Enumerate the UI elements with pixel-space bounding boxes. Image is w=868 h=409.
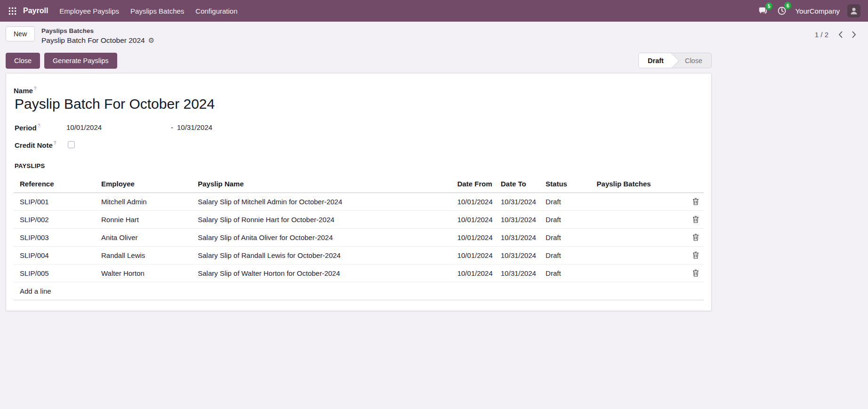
add-a-line-link[interactable]: Add a line: [14, 282, 704, 300]
table-row: SLIP/003 Anita Oliver Salary Slip of Ani…: [14, 228, 704, 246]
delete-row-button[interactable]: [691, 232, 701, 242]
cell-date-to[interactable]: 10/31/2024: [495, 228, 539, 246]
cell-employee[interactable]: Randall Lewis: [95, 246, 192, 264]
navbar-left: Payroll Employee Payslips Payslips Batch…: [5, 4, 243, 18]
cell-payslip-batches[interactable]: [591, 264, 684, 282]
cell-date-from[interactable]: 10/01/2024: [451, 210, 494, 228]
cell-employee[interactable]: Walter Horton: [95, 264, 192, 282]
col-header-payslip-batches[interactable]: Payslip Batches: [591, 175, 684, 193]
chevron-right-icon: [852, 31, 856, 38]
cell-reference[interactable]: SLIP/002: [14, 210, 95, 228]
cell-payslip-batches[interactable]: [591, 228, 684, 246]
period-date-from-input[interactable]: 10/01/2024: [66, 123, 171, 131]
breadcrumb-parent-link[interactable]: Payslips Batches: [41, 27, 154, 35]
delete-row-button[interactable]: [691, 196, 701, 207]
cell-date-from[interactable]: 10/01/2024: [451, 246, 494, 264]
user-avatar[interactable]: [847, 4, 860, 17]
activities-badge: 6: [784, 2, 792, 9]
trash-icon: [692, 269, 699, 277]
delete-row-button[interactable]: [691, 268, 701, 278]
breadcrumb-current: Payslip Batch For October 2024: [41, 36, 145, 45]
cell-status[interactable]: Draft: [539, 246, 590, 264]
cell-date-to[interactable]: 10/31/2024: [495, 246, 539, 264]
apps-menu-button[interactable]: [5, 4, 20, 18]
app-name[interactable]: Payroll: [23, 7, 48, 15]
cell-date-from[interactable]: 10/01/2024: [451, 228, 494, 246]
new-button[interactable]: New: [6, 26, 35, 41]
menu-payslips-batches[interactable]: Payslips Batches: [125, 4, 190, 18]
menu-employee-payslips[interactable]: Employee Payslips: [54, 4, 125, 18]
cell-status[interactable]: Draft: [539, 210, 590, 228]
activities-button[interactable]: 6: [776, 4, 788, 17]
cell-date-to[interactable]: 10/31/2024: [495, 210, 539, 228]
credit-note-checkbox[interactable]: [68, 141, 75, 148]
table-row: SLIP/001 Mitchell Admin Salary Slip of M…: [14, 192, 704, 210]
credit-note-help-icon: ?: [54, 141, 56, 146]
cell-date-to[interactable]: 10/31/2024: [495, 192, 539, 210]
messages-badge: 5: [765, 2, 773, 10]
period-separator: -: [171, 123, 173, 131]
messages-button[interactable]: 5: [757, 5, 769, 17]
cell-reference[interactable]: SLIP/005: [14, 264, 95, 282]
table-row: SLIP/004 Randall Lewis Salary Slip of Ra…: [14, 246, 704, 264]
cell-date-to[interactable]: 10/31/2024: [495, 264, 539, 282]
col-header-payslip-name[interactable]: Payslip Name: [192, 175, 451, 193]
chevron-left-icon: [838, 31, 843, 38]
col-header-actions: [684, 175, 704, 193]
name-field-label: Name?: [14, 86, 704, 95]
menu-configuration[interactable]: Configuration: [190, 4, 243, 18]
close-batch-button[interactable]: Close: [6, 53, 40, 69]
cell-status[interactable]: Draft: [539, 192, 590, 210]
statusbar-step-draft[interactable]: Draft: [639, 53, 673, 68]
name-help-icon: ?: [34, 86, 37, 91]
top-navbar: Payroll Employee Payslips Payslips Batch…: [0, 0, 868, 22]
pager-previous-button[interactable]: [835, 30, 846, 40]
trash-icon: [692, 251, 699, 259]
period-field-label: Period?: [15, 123, 66, 132]
cell-payslip-batches[interactable]: [591, 246, 684, 264]
form-sheet: Name? Payslip Batch For October 2024 Per…: [6, 73, 712, 311]
payslips-section-title: PAYSLIPS: [15, 162, 704, 169]
cell-reference[interactable]: SLIP/004: [14, 246, 95, 264]
cell-payslip-name[interactable]: Salary Slip of Randall Lewis for October…: [192, 246, 451, 264]
col-header-date-to[interactable]: Date To: [495, 175, 539, 193]
batch-name-input[interactable]: Payslip Batch For October 2024: [15, 96, 704, 112]
gear-icon[interactable]: ⚙: [148, 37, 154, 44]
company-name[interactable]: YourCompany: [795, 7, 840, 15]
delete-row-button[interactable]: [691, 214, 701, 225]
cell-payslip-name[interactable]: Salary Slip of Anita Oliver for October-…: [192, 228, 451, 246]
cell-employee[interactable]: Mitchell Admin: [95, 192, 192, 210]
trash-icon: [692, 233, 699, 241]
cell-date-from[interactable]: 10/01/2024: [451, 264, 494, 282]
col-header-reference[interactable]: Reference: [14, 175, 95, 193]
pager: 1 / 2: [815, 26, 860, 40]
form-container: Close Generate Payslips Draft Close Name…: [6, 48, 712, 311]
cell-date-from[interactable]: 10/01/2024: [451, 192, 494, 210]
cell-employee[interactable]: Ronnie Hart: [95, 210, 192, 228]
cell-status[interactable]: Draft: [539, 228, 590, 246]
cell-reference[interactable]: SLIP/003: [14, 228, 95, 246]
action-row: Close Generate Payslips Draft Close: [6, 48, 712, 73]
pager-value[interactable]: 1 / 2: [815, 31, 828, 39]
col-header-status[interactable]: Status: [539, 175, 590, 193]
delete-row-button[interactable]: [691, 250, 701, 260]
user-icon: [849, 6, 859, 16]
cell-payslip-batches[interactable]: [591, 192, 684, 210]
credit-note-field-row: Credit Note?: [15, 141, 704, 149]
cell-payslip-batches[interactable]: [591, 210, 684, 228]
add-line-row: Add a line: [14, 282, 704, 300]
cell-payslip-name[interactable]: Salary Slip of Ronnie Hart for October-2…: [192, 210, 451, 228]
cell-payslip-name[interactable]: Salary Slip of Walter Horton for October…: [192, 264, 451, 282]
generate-payslips-button[interactable]: Generate Payslips: [44, 53, 117, 69]
cell-status[interactable]: Draft: [539, 264, 590, 282]
col-header-date-from[interactable]: Date From: [451, 175, 494, 193]
trash-icon: [692, 198, 699, 205]
period-field-row: Period? 10/01/2024 - 10/31/2024: [15, 123, 704, 132]
cell-reference[interactable]: SLIP/001: [14, 192, 95, 210]
pager-next-button[interactable]: [849, 30, 860, 40]
period-help-icon: ?: [38, 123, 40, 128]
cell-payslip-name[interactable]: Salary Slip of Mitchell Admin for Octobe…: [192, 192, 451, 210]
cell-employee[interactable]: Anita Oliver: [95, 228, 192, 246]
col-header-employee[interactable]: Employee: [95, 175, 192, 193]
period-date-to-input[interactable]: 10/31/2024: [177, 123, 212, 131]
